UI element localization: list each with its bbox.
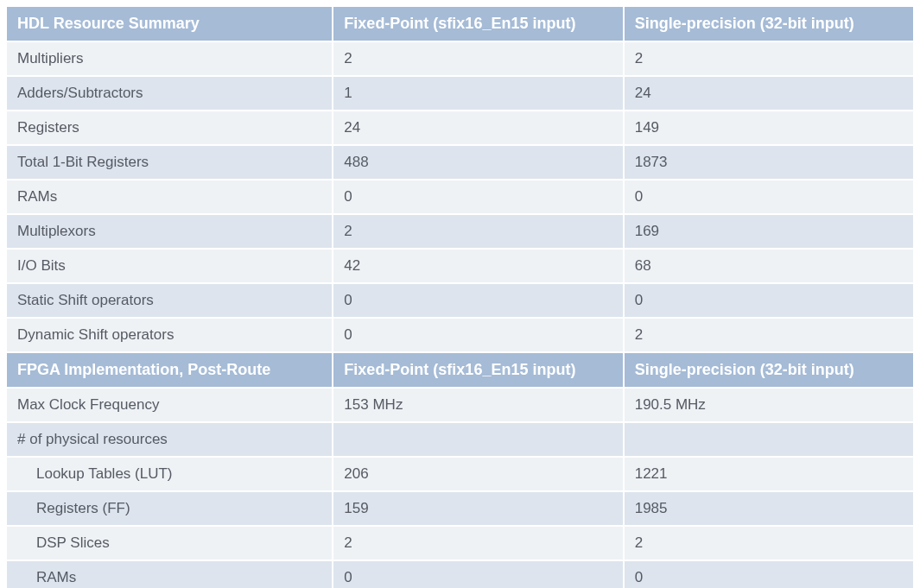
table-header-hdl: HDL Resource SummaryFixed-Point (sfix16_… [6, 6, 914, 41]
table-row: # of physical resources [6, 422, 914, 457]
table-row: Registers24149 [6, 111, 914, 145]
table-row: RAMs00 [6, 180, 914, 214]
row-value-single [624, 422, 914, 457]
table-row: Static Shift operators00 [6, 283, 914, 318]
table-row: RAMs00 [6, 560, 914, 588]
row-label: I/O Bits [6, 249, 333, 283]
row-value-fixed: 0 [333, 283, 623, 318]
row-label: Static Shift operators [6, 283, 333, 318]
table-row: DSP Slices22 [6, 526, 914, 560]
table-header-hdl-col-1: Fixed-Point (sfix16_En15 input) [333, 6, 623, 41]
row-value-single: 1985 [624, 491, 914, 526]
row-label: # of physical resources [6, 422, 333, 457]
row-value-single: 0 [624, 283, 914, 318]
table-row: Multipliers22 [6, 41, 914, 76]
row-value-single: 24 [624, 76, 914, 111]
row-value-fixed: 1 [333, 76, 623, 111]
row-value-fixed: 24 [333, 111, 623, 145]
row-value-fixed: 206 [333, 457, 623, 491]
table-row: Registers (FF)1591985 [6, 491, 914, 526]
table-header-hdl-col-0: HDL Resource Summary [6, 6, 333, 41]
row-value-fixed: 0 [333, 180, 623, 214]
row-label: Multipliers [6, 41, 333, 76]
row-label: Registers [6, 111, 333, 145]
row-value-fixed: 0 [333, 560, 623, 588]
table-header-fpga: FPGA Implementation, Post-RouteFixed-Poi… [6, 352, 914, 388]
row-value-single: 1873 [624, 145, 914, 180]
row-value-single: 1221 [624, 457, 914, 491]
row-value-fixed: 2 [333, 41, 623, 76]
row-value-single: 68 [624, 249, 914, 283]
table-row: Dynamic Shift operators02 [6, 318, 914, 352]
row-value-fixed: 153 MHz [333, 388, 623, 422]
row-label: Dynamic Shift operators [6, 318, 333, 352]
row-label: DSP Slices [6, 526, 333, 560]
table-header-fpga-col-0: FPGA Implementation, Post-Route [6, 352, 333, 388]
row-value-fixed: 488 [333, 145, 623, 180]
resource-comparison-table: HDL Resource SummaryFixed-Point (sfix16_… [5, 5, 915, 588]
row-value-fixed [333, 422, 623, 457]
table-row: Adders/Subtractors124 [6, 76, 914, 111]
row-value-single: 2 [624, 41, 914, 76]
row-value-fixed: 2 [333, 214, 623, 249]
row-label: RAMs [6, 560, 333, 588]
row-value-single: 149 [624, 111, 914, 145]
row-value-fixed: 0 [333, 318, 623, 352]
row-label: Registers (FF) [6, 491, 333, 526]
row-label: Total 1-Bit Registers [6, 145, 333, 180]
table-header-hdl-col-2: Single-precision (32-bit input) [624, 6, 914, 41]
row-label: Max Clock Frequency [6, 388, 333, 422]
row-value-single: 0 [624, 180, 914, 214]
row-label: RAMs [6, 180, 333, 214]
row-value-single: 190.5 MHz [624, 388, 914, 422]
table-row: Total 1-Bit Registers4881873 [6, 145, 914, 180]
table-row: Lookup Tables (LUT)2061221 [6, 457, 914, 491]
table-row: I/O Bits4268 [6, 249, 914, 283]
row-value-single: 169 [624, 214, 914, 249]
table-row: Multiplexors2169 [6, 214, 914, 249]
table-header-fpga-col-2: Single-precision (32-bit input) [624, 352, 914, 388]
row-value-fixed: 2 [333, 526, 623, 560]
row-label: Lookup Tables (LUT) [6, 457, 333, 491]
table-row: Max Clock Frequency153 MHz190.5 MHz [6, 388, 914, 422]
row-value-single: 2 [624, 526, 914, 560]
row-value-fixed: 42 [333, 249, 623, 283]
table-header-fpga-col-1: Fixed-Point (sfix16_En15 input) [333, 352, 623, 388]
row-label: Multiplexors [6, 214, 333, 249]
row-value-single: 0 [624, 560, 914, 588]
row-value-single: 2 [624, 318, 914, 352]
row-value-fixed: 159 [333, 491, 623, 526]
row-label: Adders/Subtractors [6, 76, 333, 111]
